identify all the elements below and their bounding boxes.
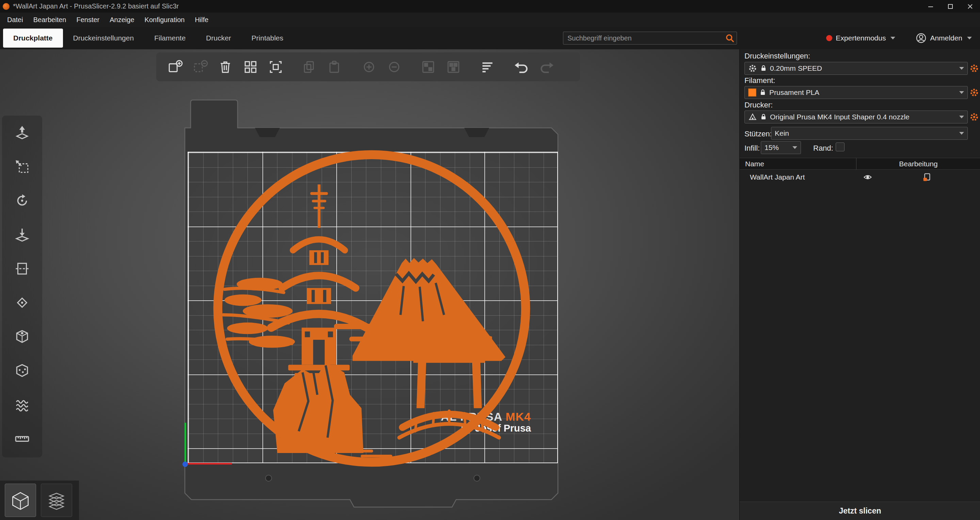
menu-fenster[interactable]: Fenster [71, 13, 105, 27]
tab-druckeinstellungen[interactable]: Druckeinstellungen [63, 29, 144, 48]
add-object-icon[interactable] [164, 56, 186, 78]
supports-label: Stützen: [745, 130, 772, 138]
variable-layer-height-icon[interactable] [476, 56, 499, 78]
chevron-down-icon [959, 132, 964, 135]
viewport-3d[interactable]: AL PRUSA MK4 by Josef Prusa [0, 49, 739, 520]
mode-selector[interactable]: Expertenmodus [826, 34, 895, 42]
menu-bar: Datei Bearbeiten Fenster Anzeige Konfigu… [0, 13, 980, 27]
gizmo-toolbar [2, 116, 42, 457]
lock-icon [760, 65, 767, 72]
tab-drucker[interactable]: Drucker [196, 29, 241, 48]
infill-combo[interactable]: 15% [761, 141, 801, 154]
supports-value: Kein [775, 129, 789, 137]
edit-object-icon[interactable] [922, 173, 932, 182]
split-to-parts-icon[interactable] [442, 56, 465, 78]
remove-object-icon[interactable] [189, 56, 212, 78]
column-name: Name [740, 158, 856, 170]
printer-label: Drucker: [745, 101, 773, 109]
object-name: WallArt Japan Art [740, 173, 852, 181]
menu-hilfe[interactable]: Hilfe [189, 13, 213, 27]
minimize-button[interactable] [921, 0, 940, 13]
chevron-down-icon [959, 67, 964, 70]
brim-checkbox[interactable] [836, 143, 845, 151]
lock-icon [759, 89, 766, 96]
object-toolbar [156, 52, 580, 81]
prusaslicer-window: *WallArt Japan Art - PrusaSlicer-2.9.2 b… [0, 0, 980, 520]
place-on-face-tool-icon[interactable] [12, 225, 32, 245]
print-settings-icon [748, 64, 757, 73]
view-switcher [0, 480, 79, 520]
printer-value: Original Prusa MK4 Input Shaper 0.4 nozz… [770, 113, 910, 121]
mode-label: Expertenmodus [836, 34, 886, 42]
login-label: Anmelden [930, 34, 962, 42]
search-icon[interactable] [725, 33, 735, 43]
menu-anzeige[interactable]: Anzeige [105, 13, 139, 27]
bed-axes-indicator [170, 410, 245, 478]
object-list-row[interactable]: WallArt Japan Art [740, 170, 980, 184]
chevron-down-icon [792, 146, 797, 149]
seam-painting-tool-icon[interactable] [12, 327, 32, 347]
print-settings-label: Druckeinstellungen: [745, 52, 810, 60]
filament-color-swatch [748, 89, 756, 97]
maximize-button[interactable] [940, 0, 960, 13]
editor-3d-view-button[interactable] [5, 484, 36, 517]
chevron-down-icon [967, 37, 972, 40]
filament-gear-icon[interactable] [969, 87, 979, 98]
account-menu[interactable]: Anmelden [916, 33, 972, 44]
infill-value: 15% [765, 144, 779, 152]
add-instance-icon[interactable] [358, 56, 380, 78]
fill-bed-icon[interactable] [264, 56, 287, 78]
multimaterial-painting-tool-icon[interactable] [12, 360, 32, 381]
close-button[interactable] [960, 0, 980, 13]
paint-supports-tool-icon[interactable] [12, 292, 32, 313]
avatar-icon [916, 33, 927, 44]
tab-printables[interactable]: Printables [241, 29, 293, 48]
delete-all-icon[interactable] [214, 56, 237, 78]
chevron-down-icon [959, 91, 964, 94]
chevron-down-icon [959, 116, 964, 118]
undo-icon[interactable] [510, 56, 533, 78]
measure-tool-icon[interactable] [12, 428, 32, 449]
arrange-icon[interactable] [239, 56, 262, 78]
search-input[interactable] [563, 32, 737, 44]
paste-icon[interactable] [324, 56, 346, 78]
tab-druckplatte[interactable]: Druckplatte [3, 29, 63, 48]
model-wallart-japan-art[interactable] [212, 149, 532, 468]
split-to-objects-icon[interactable] [417, 56, 439, 78]
printer-gear-icon[interactable] [969, 112, 979, 122]
tab-bar: Druckplatte Druckeinstellungen Filamente… [0, 27, 980, 49]
move-tool-icon[interactable] [12, 122, 32, 143]
supports-combo[interactable]: Kein [771, 127, 968, 140]
tab-filamente[interactable]: Filamente [144, 29, 196, 48]
redo-icon[interactable] [535, 56, 558, 78]
expert-mode-dot-icon [826, 35, 832, 41]
filament-value: Prusament PLA [769, 89, 819, 97]
fuzzy-skin-tool-icon[interactable] [12, 395, 32, 415]
print-settings-value: 0.20mm SPEED [770, 64, 822, 73]
menu-datei[interactable]: Datei [2, 13, 28, 27]
visibility-eye-icon[interactable] [863, 173, 872, 182]
menu-konfiguration[interactable]: Konfiguration [140, 13, 190, 27]
preview-view-button[interactable] [41, 484, 72, 517]
filament-label: Filament: [745, 76, 775, 85]
print-settings-gear-icon[interactable] [969, 63, 979, 73]
remove-instance-icon[interactable] [383, 56, 406, 78]
print-settings-combo[interactable]: 0.20mm SPEED [745, 62, 968, 75]
slice-now-button[interactable]: Jetzt slicen [740, 502, 980, 520]
copy-icon[interactable] [299, 56, 321, 78]
rotate-tool-icon[interactable] [12, 190, 32, 211]
lock-icon [760, 113, 767, 121]
chevron-down-icon [891, 37, 895, 40]
title-bar: *WallArt Japan Art - PrusaSlicer-2.9.2 b… [0, 0, 980, 13]
prusaslicer-logo-icon [3, 3, 10, 10]
object-list-header: Name Bearbeitung [740, 158, 980, 170]
menu-bearbeiten[interactable]: Bearbeiten [28, 13, 72, 27]
column-bearbeitung: Bearbeitung [856, 160, 980, 168]
settings-sidebar: Druckeinstellungen: 0.20mm SPEED Filamen… [739, 49, 980, 520]
scale-tool-icon[interactable] [12, 157, 32, 177]
window-title: *WallArt Japan Art - PrusaSlicer-2.9.2 b… [13, 2, 179, 10]
printer-combo[interactable]: Original Prusa MK4 Input Shaper 0.4 nozz… [745, 111, 968, 124]
printer-icon [748, 113, 757, 121]
filament-combo[interactable]: Prusament PLA [745, 86, 968, 99]
cut-tool-icon[interactable] [12, 258, 32, 279]
